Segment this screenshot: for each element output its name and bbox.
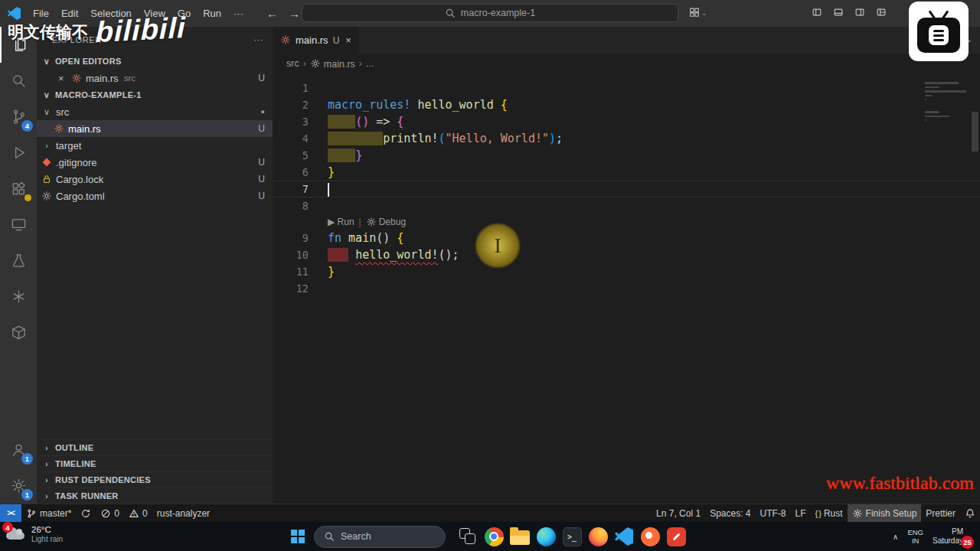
code-line-2[interactable]: 2macro_rules! hello_world { [273,96,980,113]
status-branch[interactable]: master* [21,504,76,522]
open-editors-header[interactable]: ∨ OPEN EDITORS [37,53,273,70]
line-number[interactable]: 8 [273,197,328,214]
code-line-4[interactable]: 4 println!("Hello, World!"); [273,130,980,147]
status-errors[interactable]: 0 [96,504,124,522]
section-timeline[interactable]: ›TIMELINE [37,455,273,471]
start-button[interactable] [291,530,305,543]
open-editor-item[interactable]: × main.rs src U [37,70,273,86]
firefox-icon[interactable] [585,523,611,549]
line-number[interactable]: 4 [273,130,328,147]
line-number[interactable]: 3 [273,113,328,130]
activity-tools-icon[interactable] [0,279,37,315]
tray-expand-chevron[interactable]: ∧ [893,533,898,541]
activity-account-icon[interactable]: 1 [0,432,37,468]
status-warnings[interactable]: 0 [124,504,152,522]
status-cursor-position[interactable]: Ln 7, Col 1 [652,504,705,522]
weather-widget[interactable]: 4 26°C Light rain [5,524,63,545]
back-icon[interactable]: ← [266,7,278,20]
scrollbar-thumb[interactable] [972,112,978,152]
vscode-icon[interactable] [611,523,637,549]
breadcrumb-item[interactable]: main.rs [310,58,355,70]
toggle-secondary-sidebar-icon[interactable] [854,7,865,18]
terminal-icon[interactable]: >_ [559,523,585,549]
taskbar-search[interactable]: Search [314,526,446,548]
edge-icon[interactable] [533,523,559,549]
language-indicator[interactable]: ENG IN [907,528,923,546]
activity-settings-icon[interactable]: 1 [0,468,37,504]
code-line-1[interactable]: 1 [273,80,980,96]
activity-containers-icon[interactable] [0,315,37,350]
line-number[interactable]: 2 [273,96,328,113]
close-icon[interactable]: × [345,34,351,46]
menu-view[interactable]: View [138,0,172,27]
debug-lens[interactable]: Debug [366,217,406,227]
code-line-10[interactable]: 10 hello_world!(); [273,246,980,263]
code-line-3[interactable]: 3 () => { [273,113,980,130]
tree-item-cargo-lock[interactable]: Cargo.lockU [37,171,273,187]
section-outline[interactable]: ›OUTLINE [37,439,273,455]
sidebar-actions-icon[interactable]: ··· [253,35,263,44]
code-line-12[interactable]: 12 [273,280,980,297]
postman-icon[interactable] [637,523,663,549]
tree-item-target[interactable]: ›target [37,137,273,154]
line-number[interactable]: 1 [273,80,328,96]
status-prettier[interactable]: Prettier [921,504,960,522]
activity-source-control-icon[interactable]: 4 [0,99,37,135]
tab-main-rs[interactable]: main.rs U × [273,27,359,54]
breadcrumb-item[interactable]: src [286,58,299,69]
activity-extensions-icon[interactable] [0,171,37,207]
chrome-icon[interactable] [481,523,507,549]
menu-more[interactable]: ··· [227,0,250,27]
line-number[interactable]: 10 [273,246,328,263]
run-lens[interactable]: ▶ Run [328,217,354,227]
customize-layout-icon[interactable] [876,7,887,18]
line-number[interactable]: 9 [273,230,328,246]
editor-layout-grid-icon[interactable]: ⌄ [689,7,707,18]
file-explorer-icon[interactable] [507,523,533,549]
code-editor[interactable]: 12macro_rules! hello_world {3 () => {4 p… [273,73,980,504]
code-line-6[interactable]: 6} [273,164,980,181]
activity-search-icon[interactable] [0,63,37,99]
line-number[interactable]: 5 [273,147,328,164]
code-line-7[interactable]: 7 [273,181,980,197]
code-line-11[interactable]: 11} [273,263,980,280]
menu-edit[interactable]: Edit [55,0,84,27]
status-remote-indicator[interactable]: >< [0,504,21,522]
tree-item-main-rs[interactable]: main.rsU [37,120,273,137]
line-number[interactable]: 12 [273,280,328,297]
line-number[interactable]: 7 [273,181,328,197]
activity-explorer-icon[interactable] [0,27,37,63]
menu-go[interactable]: Go [172,0,197,27]
line-number[interactable]: 11 [273,263,328,280]
clock[interactable]: PM Saturday [933,527,963,546]
project-header[interactable]: ∨ MACRO-EXAMPLE-1 [37,86,273,103]
section-task-runner[interactable]: ›TASK RUNNER [37,487,273,504]
close-icon[interactable]: × [58,73,67,84]
tree-item--gitignore[interactable]: .gitignoreU [37,154,273,171]
tree-item-src[interactable]: ∨src● [37,103,273,120]
status-language-mode[interactable]: { } Rust [811,504,848,522]
red-app-icon[interactable] [663,523,689,549]
code-line-5[interactable]: 5 } [273,147,980,164]
menu-selection[interactable]: Selection [84,0,137,27]
minimap[interactable] [925,78,968,128]
notification-badge[interactable]: 25 [961,536,974,549]
activity-remote-explorer-icon[interactable] [0,207,37,243]
status-indentation[interactable]: Spaces: 4 [705,504,755,522]
vscode-logo-icon[interactable] [8,7,21,20]
tree-item-cargo-toml[interactable]: Cargo.tomlU [37,187,273,204]
status-encoding[interactable]: UTF-8 [756,504,791,522]
menu-file[interactable]: File [27,0,55,27]
status-notifications[interactable] [960,504,980,522]
toggle-panel-icon[interactable] [833,7,844,18]
line-number[interactable]: 6 [273,164,328,181]
status-eol[interactable]: LF [791,504,811,522]
toggle-sidebar-icon[interactable] [812,7,822,18]
task-view-icon[interactable] [455,523,481,549]
command-center[interactable]: macro-example-1 [302,4,678,22]
code-line-9[interactable]: 9fn main() { [273,230,980,246]
forward-icon[interactable]: → [289,7,300,20]
status-finish-setup[interactable]: Finish Setup [848,504,922,522]
section-rust-dependencies[interactable]: ›RUST DEPENDENCIES [37,471,273,487]
menu-run[interactable]: Run [197,0,227,27]
